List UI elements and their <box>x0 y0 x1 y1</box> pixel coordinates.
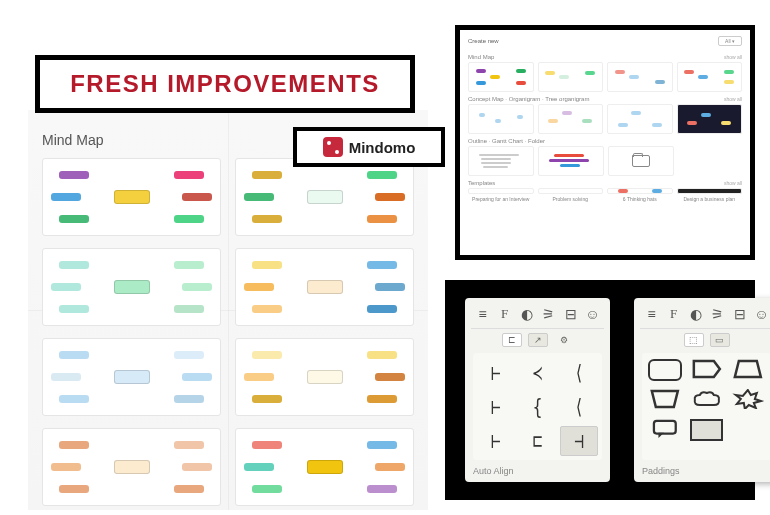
align-option[interactable]: ⊏ <box>519 426 557 456</box>
template-label: Preparing for an Interview <box>468 196 534 202</box>
align-option[interactable]: ⟨ <box>560 357 598 387</box>
menu-icon[interactable]: ≡ <box>644 306 659 322</box>
tool-subtabs: ⬚ ▭ <box>640 329 770 351</box>
template-card[interactable] <box>607 104 673 134</box>
tool-tabs: ≡ F ◐ ⚞ ⊟ ☺ <box>471 304 604 329</box>
shape-rounded-rect[interactable] <box>648 359 682 381</box>
align-option[interactable]: ⊢ <box>477 426 515 456</box>
align-option[interactable]: ⊢ <box>477 391 515 421</box>
template-card[interactable] <box>468 146 534 176</box>
auto-align-panel: ≡ F ◐ ⚞ ⊟ ☺ ⊏ ↗ ⚙ ⊢ ≺ ⟨ ⊢ { ⟨ ⊢ ⊏ ⊣ Auto… <box>465 298 610 482</box>
create-new-panel: Create new All ▾ Mind Map show all Conce… <box>455 25 755 260</box>
template-card[interactable] <box>608 146 674 176</box>
subtab-connector[interactable]: ↗ <box>528 333 548 347</box>
mindmap-template-thumb[interactable] <box>42 248 221 326</box>
align-option[interactable]: ⟨ <box>560 391 598 421</box>
font-icon[interactable]: F <box>497 306 512 322</box>
template-card[interactable] <box>538 104 604 134</box>
template-card[interactable] <box>538 146 604 176</box>
banner-title: FRESH IMPROVEMENTS <box>70 70 380 98</box>
subtab-layout[interactable]: ⊏ <box>502 333 522 347</box>
concept-templates-row <box>468 104 742 134</box>
settings-icon[interactable]: ⚙ <box>554 333 574 347</box>
align-option[interactable]: ≺ <box>519 357 557 387</box>
template-card[interactable] <box>607 62 673 92</box>
show-all-link[interactable]: show all <box>724 96 742 102</box>
template-card[interactable] <box>677 188 743 194</box>
panel-caption: Auto Align <box>471 462 604 476</box>
panel-caption: Paddings <box>640 462 770 476</box>
mindmap-template-thumb[interactable] <box>235 248 414 326</box>
svg-marker-1 <box>735 361 761 377</box>
boundary-icon[interactable]: ◐ <box>519 306 534 322</box>
section-title-mindmap: Mind Map show all <box>468 54 742 60</box>
svg-marker-0 <box>693 361 719 377</box>
tool-panels-wrap: ≡ F ◐ ⚞ ⊟ ☺ ⊏ ↗ ⚙ ⊢ ≺ ⟨ ⊢ { ⟨ ⊢ ⊏ ⊣ Auto… <box>445 280 755 500</box>
shape-tag[interactable] <box>690 359 724 379</box>
show-all-link[interactable]: show all <box>724 180 742 186</box>
mindomo-icon <box>323 137 343 157</box>
template-card[interactable] <box>677 104 743 134</box>
template-card[interactable] <box>538 188 604 194</box>
mindmap-template-thumb[interactable] <box>42 428 221 506</box>
tool-subtabs: ⊏ ↗ ⚙ <box>471 329 604 351</box>
svg-marker-3 <box>736 390 761 409</box>
section-title-outline: Outline · Gantt Chart · Folder <box>468 138 742 144</box>
shape-cloud[interactable] <box>690 389 724 409</box>
template-label: Design a business plan <box>677 196 743 202</box>
shape-options-grid <box>642 353 770 460</box>
emoji-icon[interactable]: ☺ <box>754 306 769 322</box>
mindmap-template-thumb[interactable] <box>235 428 414 506</box>
template-card[interactable] <box>607 188 673 194</box>
align-option[interactable]: { <box>519 391 557 421</box>
template-card[interactable] <box>538 62 604 92</box>
shape-burst[interactable] <box>731 389 765 409</box>
structure-icon[interactable]: ⊟ <box>732 306 747 322</box>
structure-icon[interactable]: ⊟ <box>563 306 578 322</box>
banner-box: FRESH IMPROVEMENTS <box>35 55 415 113</box>
mindmap-gallery: Mind Map <box>28 110 428 510</box>
shape-trapezoid[interactable] <box>731 359 765 379</box>
template-card[interactable] <box>468 104 534 134</box>
template-card[interactable] <box>677 62 743 92</box>
emoji-icon[interactable]: ☺ <box>585 306 600 322</box>
mindmap-template-thumb[interactable] <box>235 158 414 236</box>
create-new-title: Create new <box>468 38 499 44</box>
subtab-padding[interactable]: ▭ <box>710 333 730 347</box>
question-cloud-icon <box>548 193 592 194</box>
section-title-concept: Concept Map · Organigram · Tree organigr… <box>468 96 742 102</box>
logo-box: Mindomo <box>293 127 445 167</box>
filter-dropdown[interactable]: All ▾ <box>718 36 742 46</box>
paddings-panel: ≡ F ◐ ⚞ ⊟ ☺ ⬚ ▭ Paddings <box>634 298 770 482</box>
mindmap-template-thumb[interactable] <box>42 338 221 416</box>
svg-marker-2 <box>652 391 678 407</box>
gallery-grid <box>42 158 414 506</box>
svg-marker-5 <box>658 433 663 438</box>
align-option[interactable]: ⊢ <box>477 357 515 387</box>
mindmap-templates-row <box>468 62 742 92</box>
layout-icon[interactable]: ⚞ <box>710 306 725 322</box>
align-options-grid: ⊢ ≺ ⟨ ⊢ { ⟨ ⊢ ⊏ ⊣ <box>473 353 602 460</box>
boundary-icon[interactable]: ◐ <box>688 306 703 322</box>
layout-icon[interactable]: ⚞ <box>541 306 556 322</box>
templates-row: Preparing for an Interview Problem solvi… <box>468 188 742 202</box>
shape-rect-selected[interactable] <box>690 419 724 441</box>
create-new-header: Create new All ▾ <box>468 36 742 50</box>
outline-templates-row <box>468 146 742 176</box>
tool-tabs: ≡ F ◐ ⚞ ⊟ ☺ <box>640 304 770 329</box>
mindmap-template-thumb[interactable] <box>235 338 414 416</box>
subtab-shape[interactable]: ⬚ <box>684 333 704 347</box>
template-label: 6 Thinking hats <box>607 196 673 202</box>
menu-icon[interactable]: ≡ <box>475 306 490 322</box>
shape-callout[interactable] <box>648 419 682 439</box>
template-card[interactable] <box>468 62 534 92</box>
template-card[interactable] <box>468 188 534 194</box>
show-all-link[interactable]: show all <box>724 54 742 60</box>
svg-rect-4 <box>654 421 676 434</box>
section-title-templates: Templates show all <box>468 180 742 186</box>
mindmap-template-thumb[interactable] <box>42 158 221 236</box>
folder-icon <box>632 155 650 167</box>
font-icon[interactable]: F <box>666 306 681 322</box>
shape-trapezoid-inv[interactable] <box>648 389 682 409</box>
align-option-selected[interactable]: ⊣ <box>560 426 598 456</box>
